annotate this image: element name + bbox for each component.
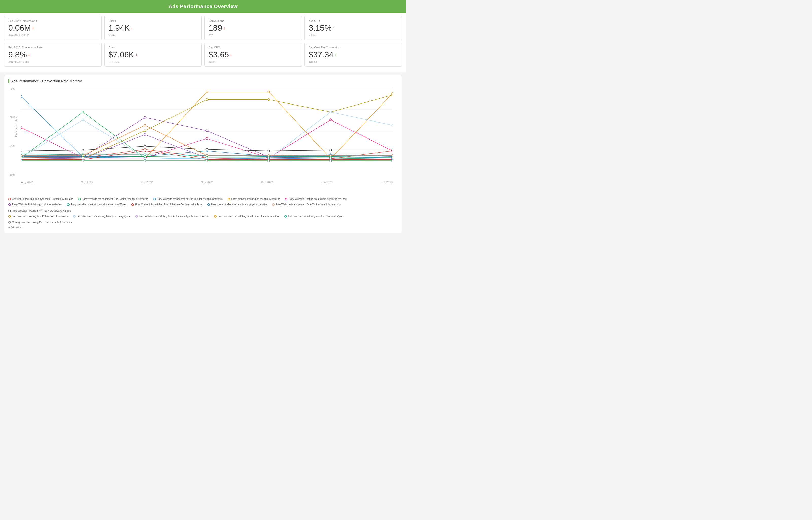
legend-dot — [228, 198, 230, 200]
legend-dot — [284, 215, 287, 218]
legend-label: Free Website Management Manage your Webs… — [211, 202, 267, 207]
chart-dot — [21, 127, 22, 129]
chart-dot — [21, 156, 22, 158]
arrow-up-icon: ↑ — [334, 52, 337, 57]
legend-label: Free Content Scheduling Tool Schedule Co… — [135, 202, 202, 207]
metric-card-3: Avg CTR 3.15% ↑ 2.97% — [305, 16, 402, 40]
legend-dot — [131, 203, 134, 206]
metric-number: 0.06M — [8, 23, 31, 33]
chart-wrapper: 82%58%34%10% Aug 2022Sep 2022Oct 2022Nov… — [21, 87, 392, 184]
metric-label: Cost — [109, 46, 198, 49]
chart-dot — [144, 124, 146, 126]
legend-label: Free Website Scheduling on all networks … — [218, 214, 279, 219]
legend-dot — [135, 215, 138, 218]
metric-prev: 3.36K — [109, 34, 198, 37]
y-axis-label: Conversion Rate — [15, 116, 18, 137]
chart-dot — [391, 124, 392, 126]
legend-dot — [285, 198, 287, 200]
legend-label: Free Website Scheduling Auto post using … — [77, 214, 130, 219]
chart-dot — [21, 160, 22, 162]
chart-dot — [144, 130, 146, 132]
metric-card-2: Avg CPC $3.65 ↓ $3.88 — [204, 43, 302, 67]
metric-prev: Jan 2023: 12.3% — [8, 60, 97, 63]
legend-label: Easy Website Publishing on all the Websi… — [12, 202, 62, 207]
chart-dot — [206, 148, 208, 150]
chart-dot — [21, 150, 22, 152]
metric-label: Feb 2023: Impressions — [8, 19, 97, 22]
metric-label: Avg CTR — [309, 19, 398, 22]
y-axis-tick: 82% — [10, 87, 15, 90]
metrics-row-2: Feb 2023: Conversion Rate 9.8% ↓ Jan 202… — [4, 43, 402, 67]
legend-item: Free Content Scheduling Tool Schedule Co… — [131, 202, 202, 207]
metric-card-1: Cost $7.06K ↓ $13.05K — [104, 43, 202, 67]
legend-dot — [8, 198, 11, 200]
legend-dot — [67, 203, 70, 206]
legend-section: Content Scheduling Tool Schedule Content… — [8, 197, 398, 225]
chart-title: Ads Performance - Conversion Rate Monthl… — [8, 79, 398, 83]
metric-card-1: Clicks 1.94K ↓ 3.36K — [104, 16, 202, 40]
chart-dot — [144, 145, 146, 147]
metric-card-3: Avg Cost Per Conversion $37.34 ↑ $31.51 — [305, 43, 402, 67]
legend-label: Free Website Management One Tool for mul… — [276, 202, 341, 207]
legend-label: Content Scheduling Tool Schedule Content… — [12, 197, 73, 201]
arrow-down-icon: ↓ — [28, 52, 30, 57]
legend-label: Easy Website Posting on multiple network… — [288, 197, 347, 201]
legend-dot — [153, 198, 156, 200]
x-axis-tick: Dec 2022 — [261, 181, 273, 184]
y-axis-tick: 10% — [10, 173, 15, 176]
y-axis-labels: 82%58%34%10% — [10, 87, 15, 176]
chart-dot — [82, 111, 84, 113]
metric-value: 9.8% ↓ — [8, 50, 97, 59]
metric-prev: 414 — [209, 34, 298, 37]
metric-card-0: Feb 2023: Conversion Rate 9.8% ↓ Jan 202… — [4, 43, 102, 67]
chart-dot — [268, 160, 270, 162]
chart-dot — [391, 94, 392, 96]
x-axis-tick: Jan 2023 — [321, 181, 332, 184]
chart-dot — [268, 150, 270, 152]
chart-dot — [268, 156, 270, 158]
legend-label: Free Website Scheduling Tool Automatical… — [139, 214, 209, 219]
x-axis-tick: Feb 2023 — [381, 181, 392, 184]
metric-value: 189 ↓ — [209, 23, 298, 33]
x-axis-tick: Nov 2022 — [201, 181, 213, 184]
metrics-row-1: Feb 2023: Impressions 0.06M ↓ Jan 2023: … — [4, 16, 402, 40]
arrow-up-icon: ↑ — [333, 25, 335, 31]
legend-row-1: Content Scheduling Tool Schedule Content… — [8, 197, 398, 201]
legend-label: Easy Website monitoring on all networks … — [71, 202, 126, 207]
chart-dot — [391, 149, 392, 151]
metric-value: 1.94K ↓ — [109, 23, 198, 33]
legend-item: Free Website Posting Tool Publish on all… — [8, 214, 68, 219]
page-header: Ads Performance Overview — [0, 0, 406, 13]
legend-dot — [214, 215, 217, 218]
metric-prev: $31.51 — [309, 60, 398, 63]
legend-item: Easy Website Posting on Multiple Network… — [228, 197, 280, 201]
chart-dot — [268, 99, 270, 101]
metric-value: 0.06M ↓ — [8, 23, 97, 33]
arrow-down-icon: ↓ — [135, 52, 137, 57]
metric-prev: Jan 2023: 0.11M — [8, 34, 97, 37]
chart-dot — [206, 156, 208, 158]
chart-container: 82%58%34%10% Aug 2022Sep 2022Oct 2022Nov… — [8, 87, 398, 194]
legend-dot — [272, 203, 275, 206]
chart-dot — [82, 160, 84, 162]
chart-dot — [330, 160, 332, 162]
more-link[interactable]: + 36 more... — [8, 226, 398, 229]
chart-dot — [391, 160, 392, 162]
chart-dot — [144, 160, 146, 162]
metric-prev: $13.05K — [109, 60, 198, 63]
legend-label: Free Website Posting Tool Publish on all… — [12, 214, 68, 219]
legend-label: Easy Website Management One Tool for mul… — [157, 197, 223, 201]
metric-card-0: Feb 2023: Impressions 0.06M ↓ Jan 2023: … — [4, 16, 102, 40]
legend-item: Free Website monitoring on all networks … — [284, 214, 344, 219]
legend-dot — [8, 215, 11, 218]
legend-item: Easy Website Management One Tool for mul… — [153, 197, 223, 201]
chart-dot — [206, 160, 208, 162]
x-axis-tick: Aug 2022 — [21, 181, 33, 184]
chart-dot — [206, 137, 208, 139]
legend-item: Free Website Scheduling Auto post using … — [73, 214, 130, 219]
chart-dot — [391, 156, 392, 158]
metric-card-2: Conversions 189 ↓ 414 — [204, 16, 302, 40]
legend-item: Free Website Management Manage your Webs… — [207, 202, 267, 207]
metric-number: 3.15% — [309, 23, 332, 33]
chart-section: Ads Performance - Conversion Rate Monthl… — [4, 75, 402, 233]
